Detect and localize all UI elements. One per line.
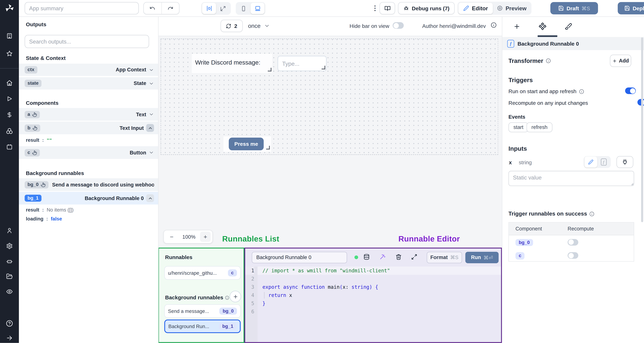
output-row-state[interactable]: state State	[19, 77, 158, 90]
output-row-ctx[interactable]: ctx App Context	[19, 64, 158, 76]
expand-editor-icon[interactable]	[411, 254, 417, 260]
runnable-item-bg1-selected[interactable]: Background Run... bg_1	[164, 320, 240, 333]
runnables-list-panel: Runnables u/henri/scrape_githu... c Back…	[158, 248, 244, 343]
recompute-toggle-bg0[interactable]	[568, 239, 578, 245]
hide-bar-toggle[interactable]	[393, 22, 404, 29]
code-line-1[interactable]: // import * as wmill from "windmill-clie…	[262, 266, 390, 275]
bg1-result-row[interactable]: result: No items ([])	[19, 206, 158, 214]
favorites-star-icon[interactable]	[6, 50, 12, 57]
desktop-view-button[interactable]	[250, 3, 264, 14]
workers-icon[interactable]	[6, 258, 13, 264]
collapse-button[interactable]	[146, 194, 154, 202]
tab-add-component[interactable]	[514, 23, 520, 30]
eval-mode-function-button[interactable]: f	[597, 156, 610, 168]
runnable-item-bg0[interactable]: Send a message... bg_0	[164, 304, 240, 318]
zoom-in-button[interactable]: +	[200, 232, 211, 242]
deploy-button[interactable]: Deploy	[618, 2, 644, 14]
debug-runs-button[interactable]: Debug runs (7)	[398, 2, 455, 14]
schedules-calendar-icon[interactable]	[6, 144, 12, 150]
recompute-toggle-c[interactable]	[568, 252, 578, 259]
collapse-button[interactable]	[146, 124, 154, 132]
add-background-runnable-button[interactable]	[230, 291, 241, 302]
variables-dollar-icon[interactable]	[6, 112, 12, 118]
static-mode-pencil-button[interactable]	[584, 156, 597, 168]
info-icon[interactable]	[590, 211, 594, 216]
run-button[interactable]: Run ⌘⏎	[466, 252, 499, 263]
zoom-out-button[interactable]: −	[166, 233, 178, 240]
scrollbar-thumb[interactable]	[641, 38, 643, 222]
settings-gear-icon[interactable]	[6, 243, 13, 249]
event-chip-start[interactable]: start	[508, 122, 528, 132]
format-button[interactable]: Format ⌘S	[427, 252, 462, 263]
output-row-a[interactable]: a Text	[19, 108, 158, 121]
event-chip-refresh[interactable]: refresh	[526, 122, 552, 132]
frequency-select[interactable]: once	[248, 23, 270, 29]
more-options-kebab[interactable]: ⋮	[372, 4, 379, 12]
a-badge: a	[28, 112, 30, 117]
line-number: 3	[245, 283, 254, 291]
add-transformer-button[interactable]: Add	[610, 54, 631, 67]
tab-editor[interactable]: Editor	[458, 3, 493, 14]
mobile-view-button[interactable]	[236, 3, 250, 14]
bg1-loading-row[interactable]: loading: false	[19, 214, 158, 224]
textarea-resize-grip[interactable]	[630, 182, 634, 186]
author-label: Author henri@windmill.dev	[422, 23, 486, 29]
docs-book-button[interactable]	[380, 2, 395, 14]
app-summary-input[interactable]	[24, 2, 139, 14]
workspace-icon[interactable]	[6, 33, 12, 39]
info-icon[interactable]	[491, 22, 496, 28]
redo-button[interactable]	[162, 2, 179, 14]
user-icon[interactable]	[6, 228, 12, 234]
pencil-icon	[588, 159, 594, 165]
code-line-5[interactable]: }	[262, 299, 266, 308]
tab-components-icon[interactable]	[538, 22, 547, 30]
runnable-name-input[interactable]	[252, 252, 347, 263]
static-value-textarea[interactable]	[508, 171, 634, 186]
run-on-start-toggle[interactable]	[625, 88, 636, 94]
tab-theme-brush-icon[interactable]	[565, 23, 572, 30]
press-me-button[interactable]: Press me	[229, 138, 264, 150]
expand-sidebar-arrow-icon[interactable]	[6, 335, 13, 341]
b-badge: b	[28, 126, 30, 130]
info-icon[interactable]	[546, 58, 550, 63]
line-number: 4	[245, 291, 254, 299]
components-title: Components	[26, 100, 58, 106]
center-canvas-button[interactable]	[202, 3, 216, 14]
code-line-4[interactable]: return x	[262, 291, 292, 299]
help-icon[interactable]	[6, 320, 13, 327]
audit-eye-icon[interactable]	[6, 288, 13, 295]
output-row-bg1-selected[interactable]: bg_1 Background Runnable 0	[19, 192, 158, 204]
resize-handle[interactable]	[266, 146, 270, 150]
home-icon[interactable]	[6, 80, 13, 86]
tab-preview[interactable]: Preview	[493, 3, 530, 14]
text-component[interactable]: Write Discord message:	[192, 54, 272, 73]
output-row-b[interactable]: b Text Input	[19, 122, 158, 134]
runs-play-icon[interactable]	[6, 96, 12, 102]
info-icon[interactable]	[225, 296, 229, 300]
ai-wand-icon[interactable]	[380, 254, 386, 260]
code-line-3[interactable]: export async function main(x: string) {	[262, 283, 378, 291]
resources-boxes-icon[interactable]	[6, 128, 13, 134]
windmill-logo[interactable]	[4, 3, 14, 13]
refresh-button[interactable]: 2	[220, 20, 243, 32]
cache-database-icon[interactable]	[364, 254, 370, 260]
text-input-component[interactable]: Type...	[278, 56, 326, 71]
c-badge: c	[228, 269, 237, 276]
input-field-name: x	[509, 159, 512, 166]
draft-save-button[interactable]: Draft ⌘S	[550, 2, 598, 14]
fullscreen-canvas-button[interactable]	[216, 3, 230, 14]
output-row-c[interactable]: c Button	[19, 146, 158, 159]
folders-icon[interactable]	[6, 273, 13, 280]
resize-handle[interactable]	[322, 66, 325, 70]
b-result-row[interactable]: result: ""	[19, 135, 158, 145]
connect-plug-button[interactable]	[616, 156, 633, 168]
output-row-bg0[interactable]: bg_0 Send a message to discord using web…	[19, 178, 158, 191]
search-outputs-input[interactable]	[24, 35, 149, 48]
background-runnables-group-title: Background runnables	[165, 294, 229, 300]
runnable-item-script[interactable]: u/henri/scrape_githu... c	[164, 266, 240, 280]
info-icon[interactable]	[579, 89, 584, 94]
undo-button[interactable]	[144, 2, 162, 14]
column-component: Component	[509, 226, 568, 232]
resize-handle[interactable]	[268, 68, 272, 72]
delete-trash-icon[interactable]	[396, 254, 402, 260]
